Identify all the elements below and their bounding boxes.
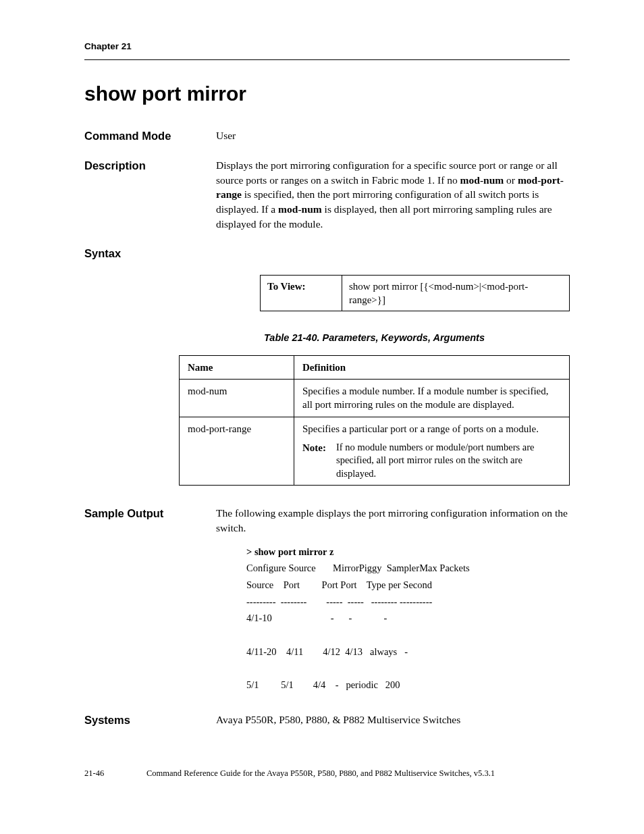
param-def-1-text: Specifies a particular port or a range o… bbox=[302, 422, 561, 436]
value-command-mode: User bbox=[216, 128, 570, 143]
label-systems: Systems bbox=[84, 712, 216, 727]
sample-output-block: > show port mirror z Configure Source Mi… bbox=[246, 544, 570, 694]
param-header-definition: Definition bbox=[294, 355, 570, 379]
section-description: Description Displays the port mirroring … bbox=[84, 158, 570, 231]
value-systems: Avaya P550R, P580, P880, & P882 Multiser… bbox=[216, 712, 570, 727]
label-syntax: Syntax bbox=[84, 246, 216, 261]
param-def-1: Specifies a particular port or a range o… bbox=[294, 417, 570, 486]
page-title: show port mirror bbox=[84, 80, 570, 108]
sample-cmd: > show port mirror z bbox=[246, 546, 333, 557]
syntax-to-view-value: show port mirror [{<mod-num>|<mod-port-r… bbox=[342, 275, 570, 311]
label-sample-output: Sample Output bbox=[84, 506, 216, 521]
section-command-mode: Command Mode User bbox=[84, 128, 570, 143]
param-def-0: Specifies a module number. If a module n… bbox=[294, 380, 570, 417]
footer-guide: Command Reference Guide for the Avaya P5… bbox=[146, 768, 570, 779]
table-row: mod-port-range Specifies a particular po… bbox=[180, 417, 570, 486]
footer: 21-46 Command Reference Guide for the Av… bbox=[84, 768, 570, 779]
sample-hdr2: Source Port Port Port Type per Second bbox=[246, 579, 432, 590]
sample-sep: --------- -------- ----- ----- -------- … bbox=[246, 596, 432, 607]
desc-bold-1: mod-num bbox=[460, 174, 504, 186]
param-name-0: mod-num bbox=[180, 380, 294, 417]
sample-hdr1: Configure Source MirrorPiggy SamplerMax … bbox=[246, 563, 470, 573]
table-caption: Table 21-40. Parameters, Keywords, Argum… bbox=[179, 332, 570, 345]
desc-mid-1: or bbox=[504, 174, 518, 186]
param-header-name: Name bbox=[180, 355, 294, 379]
param-note-row: Note: If no module numbers or module/por… bbox=[302, 441, 561, 481]
value-description: Displays the port mirroring configuratio… bbox=[216, 158, 570, 231]
syntax-table: To View: show port mirror [{<mod-num>|<m… bbox=[260, 275, 570, 312]
desc-bold-3: mod-num bbox=[278, 203, 322, 215]
value-sample-output-intro: The following example displays the port … bbox=[216, 506, 570, 535]
param-note-label: Note: bbox=[302, 441, 336, 481]
footer-pagenum: 21-46 bbox=[84, 768, 146, 779]
syntax-box: To View: show port mirror [{<mod-num>|<m… bbox=[260, 275, 570, 312]
param-note-text: If no module numbers or module/port numb… bbox=[336, 441, 561, 481]
syntax-to-view-label: To View: bbox=[261, 275, 342, 311]
section-syntax: Syntax bbox=[84, 246, 570, 261]
label-description: Description bbox=[84, 158, 216, 173]
table-row: mod-num Specifies a module number. If a … bbox=[180, 380, 570, 417]
param-name-1: mod-port-range bbox=[180, 417, 294, 486]
sample-row3: 5/1 5/1 4/4 - periodic 200 bbox=[246, 679, 400, 690]
sample-row1: 4/1-10 - - - bbox=[246, 613, 387, 623]
section-systems: Systems Avaya P550R, P580, P880, & P882 … bbox=[84, 712, 570, 727]
sample-row2: 4/11-20 4/11 4/12 4/13 always - bbox=[246, 646, 408, 657]
label-command-mode: Command Mode bbox=[84, 128, 216, 143]
param-table: Name Definition mod-num Specifies a modu… bbox=[179, 355, 570, 486]
section-sample-output: Sample Output The following example disp… bbox=[84, 506, 570, 535]
chapter-header: Chapter 21 bbox=[84, 41, 570, 60]
param-table-wrap: Name Definition mod-num Specifies a modu… bbox=[179, 355, 570, 486]
